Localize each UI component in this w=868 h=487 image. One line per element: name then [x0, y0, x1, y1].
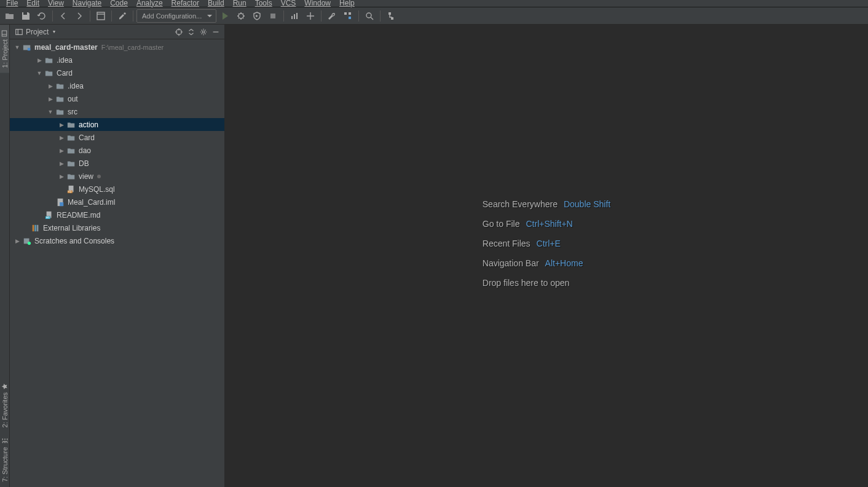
hide-tool-button[interactable] — [210, 26, 222, 38]
tree-row[interactable]: ▶view — [10, 170, 224, 183]
hint-search-everywhere: Search Everywhere Double Shift — [483, 199, 610, 209]
tree-row[interactable]: ▼Card — [10, 66, 224, 79]
tree-node-label: action — [79, 121, 98, 129]
layout-icon — [96, 11, 106, 21]
hammer-icon — [117, 11, 127, 21]
menu-navigate[interactable]: Navigate — [69, 0, 105, 7]
stop-icon — [268, 11, 278, 21]
menu-edit[interactable]: Edit — [23, 0, 43, 7]
editor-empty-area[interactable]: Search Everywhere Double Shift Go to Fil… — [225, 25, 868, 487]
tree-row[interactable]: ▶dao — [10, 144, 224, 157]
tree-row[interactable]: ▶.idea — [10, 53, 224, 66]
chevron-right-icon: ▶ — [57, 122, 66, 128]
tree-row[interactable]: MDREADME.md — [10, 208, 224, 221]
save-button[interactable] — [18, 9, 33, 23]
chevron-down-icon: ▼ — [34, 70, 44, 76]
settings-button[interactable] — [325, 9, 339, 23]
chevron-right-icon: ▶ — [57, 160, 66, 167]
tree-row[interactable]: ▶Card — [10, 131, 224, 144]
tree-row[interactable]: ▶out — [10, 92, 224, 105]
open-button[interactable] — [2, 9, 17, 23]
menu-tools[interactable]: Tools — [251, 0, 276, 7]
run-button[interactable] — [218, 9, 232, 23]
separator — [380, 10, 381, 22]
svg-rect-32 — [37, 224, 39, 231]
chevron-right-icon: ▶ — [57, 173, 66, 180]
folder-open-icon — [5, 11, 15, 21]
menu-code[interactable]: Code — [106, 0, 132, 7]
svg-rect-7 — [344, 12, 347, 15]
tree-node-label: src — [68, 108, 77, 116]
project-view-switcher[interactable]: Project ▾ — [15, 28, 55, 36]
menu-view[interactable]: View — [44, 0, 68, 7]
svg-rect-4 — [291, 16, 293, 19]
toolwindow-tab-structure[interactable]: 7: Structure — [0, 432, 10, 487]
menu-refactor[interactable]: Refactor — [168, 0, 203, 7]
vcs-update-button[interactable] — [384, 9, 398, 23]
attach-button[interactable] — [303, 9, 318, 23]
menu-analyze[interactable]: Analyze — [133, 0, 167, 7]
forward-button[interactable] — [72, 9, 87, 23]
run-config-dropdown[interactable]: Add Configuration... — [136, 9, 216, 23]
library-icon — [31, 223, 41, 233]
folder-icon — [44, 68, 54, 78]
svg-text:SQL: SQL — [68, 191, 72, 193]
search-button[interactable] — [362, 9, 377, 23]
tree-row[interactable]: ▶action — [10, 118, 224, 131]
menu-build[interactable]: Build — [204, 0, 228, 7]
debug-button[interactable] — [234, 9, 248, 23]
chevron-down-icon: ▼ — [12, 44, 22, 50]
tree-node-label: External Libraries — [43, 224, 100, 232]
tree-node-label: README.md — [57, 211, 100, 220]
svg-rect-0 — [97, 12, 105, 20]
chevron-right-icon: ▶ — [12, 238, 22, 244]
tree-root[interactable]: ▼ meal_card-master F:\meal_card-master — [10, 41, 224, 53]
hint-recent-files: Recent Files Ctrl+E — [483, 239, 610, 248]
folder-icon — [44, 55, 54, 65]
menu-window[interactable]: Window — [301, 0, 334, 7]
menu-help[interactable]: Help — [336, 0, 358, 7]
tree-node-path: F:\meal_card-master — [101, 44, 164, 51]
menu-file[interactable]: File — [2, 0, 22, 7]
expand-all-button[interactable] — [185, 26, 197, 38]
svg-point-34 — [28, 241, 31, 244]
svg-rect-30 — [33, 224, 34, 231]
tree-node-label: .idea — [68, 82, 84, 90]
gear-icon — [199, 28, 208, 36]
svg-rect-25 — [60, 202, 63, 206]
tree-row[interactable]: Meal_Card.iml — [10, 196, 224, 208]
menu-run[interactable]: Run — [229, 0, 250, 7]
tree-row[interactable]: ▶DB — [10, 157, 224, 170]
wrench-icon — [327, 11, 337, 21]
coverage-button[interactable] — [250, 9, 264, 23]
arrow-right-icon — [74, 11, 84, 21]
tree-node-label: Card — [79, 133, 95, 142]
back-button[interactable] — [56, 9, 71, 23]
toolwindow-tab-favorites[interactable]: 2: Favorites — [0, 378, 10, 432]
build-button[interactable] — [115, 9, 130, 23]
chevron-right-icon: ▶ — [34, 57, 44, 63]
layout-button[interactable] — [93, 9, 108, 23]
tree-external-libraries[interactable]: External Libraries — [10, 221, 224, 234]
tool-settings-button[interactable] — [197, 26, 210, 38]
search-icon — [365, 11, 374, 21]
tree-scratches[interactable]: ▶ Scratches and Consoles — [10, 234, 224, 247]
tree-node-label: .idea — [57, 56, 73, 65]
stop-button[interactable] — [266, 9, 280, 23]
project-structure-button[interactable] — [341, 9, 355, 23]
tree-node-label: dao — [79, 146, 91, 155]
svg-rect-8 — [349, 12, 351, 15]
svg-rect-31 — [34, 224, 36, 231]
tree-row[interactable]: ▶.idea — [10, 79, 224, 92]
svg-rect-12 — [2, 31, 7, 36]
separator — [283, 10, 284, 22]
profiler-button[interactable] — [287, 9, 302, 23]
refresh-button[interactable] — [34, 9, 49, 23]
tree-row[interactable]: SQLMySQL.sql — [10, 183, 224, 196]
md-icon: MD — [44, 210, 54, 220]
tree-node-label: Card — [57, 69, 73, 77]
menu-vcs[interactable]: VCS — [277, 0, 300, 7]
select-opened-file-button[interactable] — [173, 26, 185, 38]
toolwindow-tab-project[interactable]: 1: Project — [0, 25, 9, 73]
tree-row[interactable]: ▼src — [10, 105, 224, 118]
